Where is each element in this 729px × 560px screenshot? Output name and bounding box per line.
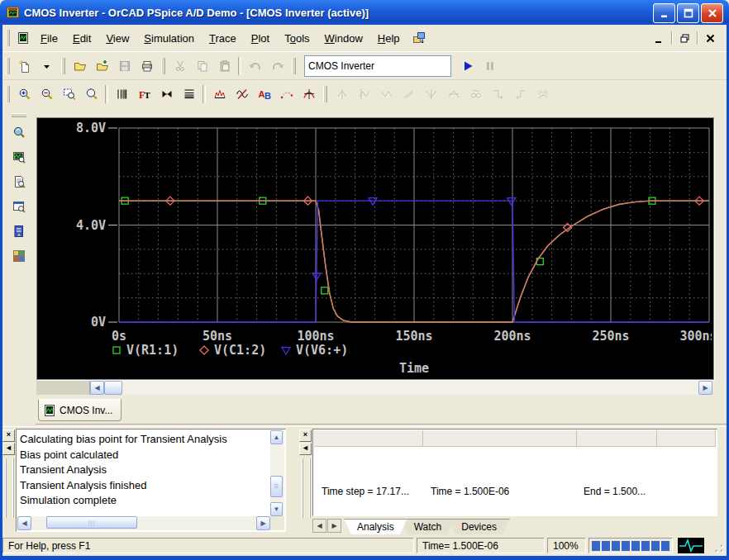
mdi-minimize-button[interactable]: [649, 30, 669, 46]
menu-file[interactable]: File: [33, 30, 65, 47]
add-trace-button[interactable]: [208, 83, 231, 106]
view-toolbar: [2, 111, 36, 426]
progress-block: [661, 541, 669, 551]
toolbar-grip[interactable]: [6, 58, 10, 74]
view-simulation-queue-button[interactable]: [7, 219, 31, 243]
cursor-point-button[interactable]: [298, 83, 320, 106]
progress-block: [622, 541, 630, 551]
svg-text:(0,0): (0,0): [538, 89, 547, 94]
log-scroll-right-button[interactable]: ▶: [256, 516, 270, 530]
unsynchronize-plot-button[interactable]: [231, 83, 253, 106]
plot-canvas[interactable]: 0V4.0V8.0V0s50ns100ns150ns200ns250ns300n…: [37, 118, 713, 377]
mark-data-points-button[interactable]: [275, 83, 298, 106]
x-tick-label: 300ns: [679, 329, 712, 344]
menubar-grip[interactable]: [6, 30, 10, 46]
cursor-peak-icon: [358, 88, 371, 101]
view-simulation-icon: [12, 126, 26, 139]
progress-block: [602, 541, 610, 551]
legend-item[interactable]: V(V6:+): [282, 343, 348, 358]
log-pane-collapse-button[interactable]: ◄: [2, 443, 15, 455]
log-vscroll-track[interactable]: ☰: [270, 444, 284, 502]
status-pane-grip[interactable]: [302, 458, 311, 518]
zoom-out-button[interactable]: [36, 83, 58, 106]
log-scroll-left-button[interactable]: ◀: [17, 516, 31, 530]
plot-scroll-left-button[interactable]: ◀: [90, 381, 104, 395]
plot-scroll-track[interactable]: [122, 381, 698, 395]
new-dropdown-button[interactable]: [36, 55, 58, 78]
tab-cmos-inverter[interactable]: CMOS Inv...: [38, 399, 122, 421]
menu-window[interactable]: Window: [317, 30, 370, 47]
resize-grip[interactable]: [713, 543, 725, 554]
log-hscroll-thumb[interactable]: |||: [46, 516, 137, 529]
minimize-button[interactable]: [653, 3, 675, 23]
view-simulation-messages-button[interactable]: [7, 244, 31, 268]
log-line: Simulation complete: [20, 493, 269, 509]
new-simulation-button[interactable]: [13, 55, 36, 78]
performance-analysis-button[interactable]: [155, 83, 178, 106]
toolbar-grip[interactable]: [323, 86, 327, 102]
print-button[interactable]: [136, 55, 158, 78]
log-scroll-down-button[interactable]: ▼: [270, 502, 283, 516]
tab-devices[interactable]: Devices: [448, 519, 510, 534]
simulation-profile-input[interactable]: [304, 55, 451, 77]
toolbar-grip[interactable]: [61, 58, 65, 74]
view-simulation-button[interactable]: [7, 120, 31, 144]
mark-label-button: (0,0): [531, 83, 554, 106]
append-waveform-button[interactable]: [91, 55, 113, 78]
fourier-button[interactable]: FT: [133, 83, 155, 106]
plot-scroll-right-button[interactable]: ▶: [698, 381, 712, 395]
toolbar-plot: FTAB(0,0): [2, 79, 727, 108]
close-button[interactable]: [701, 3, 723, 23]
view-simulation-results-button[interactable]: [7, 145, 31, 168]
zoom-area-button[interactable]: [58, 83, 80, 106]
log-hscroll-track[interactable]: |||: [31, 516, 256, 530]
svg-text:B: B: [264, 91, 271, 101]
save-icon: [118, 59, 131, 73]
arrange-windows-icon[interactable]: [412, 31, 426, 45]
log-x-axis-button[interactable]: [111, 83, 133, 106]
legend-item[interactable]: V(R1:1): [113, 343, 179, 358]
tabs-scroll-right-button[interactable]: ▶: [327, 519, 341, 533]
marker-square: [322, 287, 328, 294]
view-toolbar-grip[interactable]: [12, 113, 26, 117]
open-simulation-button[interactable]: [69, 55, 91, 78]
log-pane-close-button[interactable]: ×: [2, 429, 15, 442]
run-simulation-button[interactable]: [456, 55, 479, 78]
y-tick-label: 8.0V: [76, 121, 106, 135]
zoom-fit-button[interactable]: [80, 83, 102, 106]
mark-data-points-icon: [280, 88, 293, 101]
log-line: Bias point calculated: [20, 448, 269, 463]
mdi-close-button[interactable]: [700, 30, 720, 46]
tab-analysis[interactable]: Analysis: [344, 519, 407, 534]
view-output-file-button[interactable]: [7, 169, 31, 193]
menu-trace[interactable]: Trace: [202, 30, 244, 47]
status-pane-collapse-button[interactable]: ◄: [299, 443, 312, 455]
toolbar-grip[interactable]: [161, 58, 165, 74]
menu-tools[interactable]: Tools: [277, 30, 317, 47]
plot-scroll-spacer: [36, 381, 90, 395]
toolbar-grip[interactable]: [292, 58, 296, 74]
toolbar-grip[interactable]: [6, 86, 10, 102]
log-scroll-up-button[interactable]: ▲: [270, 430, 283, 444]
toolbar-separator: [202, 85, 206, 103]
status-pane-close-button[interactable]: ×: [299, 429, 312, 442]
document-icon: [17, 31, 30, 45]
tab-watch[interactable]: Watch: [401, 519, 455, 534]
menu-simulation[interactable]: Simulation: [136, 30, 202, 47]
zoom-in-button[interactable]: [13, 83, 36, 106]
tabs-scroll-left-button[interactable]: ◀: [312, 519, 326, 533]
log-y-axis-button[interactable]: [178, 83, 200, 106]
view-circuit-file-button[interactable]: [7, 194, 31, 218]
mdi-restore-button[interactable]: [674, 30, 694, 46]
plot-scroll-thumb[interactable]: [104, 381, 122, 395]
menu-help[interactable]: Help: [370, 30, 407, 47]
menu-view[interactable]: View: [98, 30, 136, 47]
x-axis-title: Time: [399, 361, 429, 376]
legend-item[interactable]: V(C1:2): [200, 343, 266, 358]
log-vscroll-thumb[interactable]: ☰: [270, 476, 283, 497]
log-pane-grip[interactable]: [5, 458, 14, 518]
menu-edit[interactable]: Edit: [65, 30, 98, 47]
text-label-button[interactable]: AB: [253, 83, 275, 106]
menu-plot[interactable]: Plot: [244, 30, 277, 47]
maximize-button[interactable]: [677, 3, 699, 23]
